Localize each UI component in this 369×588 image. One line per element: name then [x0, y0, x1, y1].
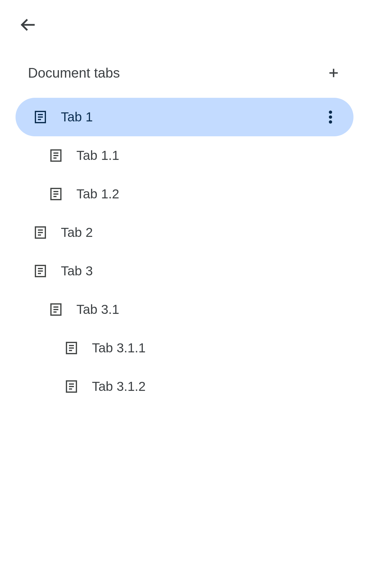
add-tab-button[interactable]	[326, 66, 341, 80]
back-button[interactable]	[19, 16, 37, 34]
tab-more-button[interactable]	[323, 110, 338, 124]
tab-label: Tab 1.1	[76, 148, 344, 163]
panel-title: Document tabs	[28, 65, 120, 81]
tab-item[interactable]: Tab 3.1.2	[16, 367, 353, 406]
tab-item[interactable]: Tab 3.1.1	[16, 329, 353, 367]
panel-header: Document tabs	[16, 65, 353, 81]
document-icon	[33, 110, 48, 124]
arrow-left-icon	[20, 17, 36, 33]
tab-label: Tab 3	[61, 264, 344, 278]
tab-item[interactable]: Tab 2	[16, 213, 353, 252]
tab-label: Tab 3.1.1	[92, 341, 344, 355]
tab-label: Tab 3.1.2	[92, 379, 344, 394]
document-icon	[64, 341, 79, 355]
document-icon	[48, 148, 63, 163]
tab-item[interactable]: Tab 1.2	[16, 175, 353, 213]
tab-item[interactable]: Tab 1	[16, 98, 353, 136]
plus-icon	[328, 67, 339, 79]
tab-item[interactable]: Tab 3.1	[16, 290, 353, 329]
svg-point-9	[329, 120, 332, 124]
tab-list: Tab 1 Tab 1.1	[16, 98, 353, 406]
document-icon	[33, 225, 48, 240]
tab-label: Tab 2	[61, 225, 344, 240]
more-vertical-icon	[329, 111, 332, 124]
svg-point-8	[329, 115, 332, 119]
tab-item[interactable]: Tab 1.1	[16, 136, 353, 175]
tab-label: Tab 1	[61, 110, 323, 124]
svg-point-7	[329, 111, 332, 114]
tab-item[interactable]: Tab 3	[16, 252, 353, 290]
document-icon	[48, 187, 63, 201]
document-icon	[64, 379, 79, 394]
document-icon	[48, 302, 63, 317]
document-icon	[33, 264, 48, 278]
tab-label: Tab 3.1	[76, 302, 344, 317]
tab-label: Tab 1.2	[76, 187, 344, 201]
